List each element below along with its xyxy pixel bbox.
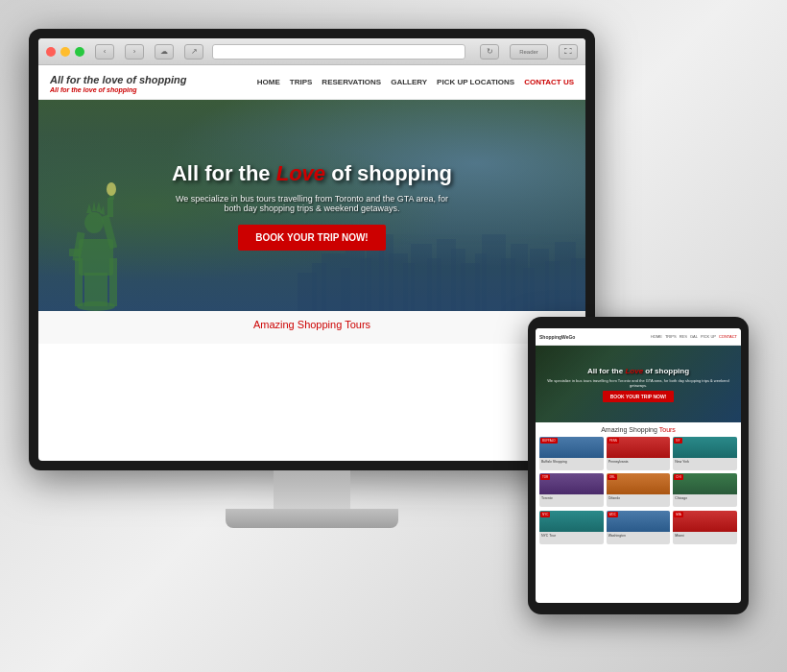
tablet-tour-card-orlando[interactable]: ORL Orlando — [607, 473, 671, 507]
hero-subtitle: We specialize in bus tours travelling fr… — [168, 194, 456, 213]
os-share-button[interactable]: ↗ — [184, 44, 203, 60]
tablet-tour-grid-2: NYC NYC Tour WDC Washington MIA Miami — [539, 511, 737, 544]
tour-badge-buffalo: BUFFALO — [540, 438, 558, 444]
tour-badge-chicago: CHI — [674, 474, 682, 480]
tablet-nav: ShoppingWeGo HOME TRIPS RES GAL PICK UP … — [536, 328, 741, 346]
tour-label-buffalo: Buffalo Shopping — [539, 458, 604, 464]
website-nav: All for the love of shopping All for the… — [38, 65, 585, 100]
nav-trips[interactable]: TRIPS — [290, 78, 313, 86]
tour-badge-2-2: WDC — [608, 512, 618, 517]
os-forward-button[interactable]: › — [125, 44, 144, 60]
svg-point-9 — [84, 212, 104, 233]
tour-label-2-1: NYC Tour — [539, 532, 604, 538]
tour-badge-toronto: TOR — [540, 474, 550, 480]
os-back-button[interactable]: ‹ — [95, 44, 114, 60]
svg-rect-2 — [79, 239, 113, 276]
tour-label-2-2: Washington — [607, 532, 671, 538]
tablet-tour-card-pennsylvania[interactable]: PENN Pennsylvania — [607, 437, 671, 470]
tablet-tour-grid: BUFFALO Buffalo Shopping PENN Pennsylvan… — [539, 437, 737, 507]
tour-card-image-newyork — [673, 437, 737, 458]
tablet-screen: ShoppingWeGo HOME TRIPS RES GAL PICK UP … — [536, 328, 741, 603]
cta-book-button[interactable]: BOOK YOUR TRIP NOW! — [238, 225, 385, 251]
tour-badge-2-3: MIA — [674, 512, 682, 517]
tour-label-chicago: Chicago — [673, 494, 737, 500]
svg-rect-4 — [109, 258, 117, 306]
hero-title-suffix: of shopping — [325, 161, 452, 185]
tours-title: Amazing Shopping Tours — [50, 319, 574, 330]
tour-badge-orlando: ORL — [608, 474, 617, 480]
tablet-tours-title: Amazing Shopping Tours — [539, 426, 737, 433]
nav-contact[interactable]: CONTACT US — [524, 78, 574, 86]
hero-title-prefix: All for the — [172, 161, 276, 185]
tablet-hero: All for the Love of shopping We speciali… — [536, 346, 741, 422]
svg-rect-39 — [571, 258, 585, 311]
os-cloud-button[interactable]: ☁ — [155, 44, 174, 60]
tablet-nav-trips[interactable]: TRIPS — [665, 334, 677, 339]
tablet-nav-home[interactable]: HOME — [651, 334, 662, 339]
logo-tagline: All for the love of shopping — [50, 86, 186, 93]
tablet-cta-button[interactable]: BOOK YOUR TRIP NOW! — [603, 391, 675, 402]
tablet-nav-pickup[interactable]: PICK UP — [701, 334, 716, 339]
svg-marker-10 — [86, 204, 92, 213]
tours-section: Amazing Shopping Tours — [38, 311, 585, 344]
tour-label-toronto: Toronto — [539, 494, 604, 500]
tablet-hero-title: All for the Love of shopping — [587, 367, 689, 375]
tablet-tour-card-newyork[interactable]: NY New York — [673, 437, 737, 470]
os-reader-button[interactable]: Reader — [510, 44, 548, 60]
svg-marker-11 — [92, 201, 96, 211]
monitor-body: ‹ › ☁ ↗ ↻ Reader ⛶ All for the love of s… — [29, 29, 595, 470]
monitor-screen: ‹ › ☁ ↗ ↻ Reader ⛶ All for the love of s… — [38, 38, 585, 461]
tablet-device: ShoppingWeGo HOME TRIPS RES GAL PICK UP … — [528, 317, 749, 614]
os-fullscreen-button[interactable]: ⛶ — [559, 44, 578, 60]
nav-home[interactable]: HOME — [257, 78, 280, 86]
tablet-hero-subtitle: We specialize in bus tours travelling fr… — [541, 378, 735, 388]
tour-label-2-3: Miami — [673, 532, 737, 538]
tour-label-newyork: New York — [673, 458, 737, 464]
svg-rect-15 — [69, 249, 81, 256]
nav-reservations[interactable]: RESERVATIONS — [322, 78, 381, 86]
nav-pickup[interactable]: PICK UP LOCATIONS — [437, 78, 514, 86]
svg-rect-6 — [107, 198, 113, 217]
tour-badge-newyork: NY — [674, 438, 681, 444]
os-refresh-button[interactable]: ↻ — [480, 44, 499, 60]
svg-rect-3 — [75, 258, 83, 306]
nav-items: HOME TRIPS RESERVATIONS GALLERY PICK UP … — [257, 78, 574, 86]
tablet-tour-card-2-2[interactable]: WDC Washington — [607, 511, 671, 544]
tablet-tour-card-chicago[interactable]: CHI Chicago — [673, 473, 737, 507]
tour-badge-2-1: NYC — [540, 512, 550, 517]
tours-title-highlight: Tours — [345, 319, 370, 330]
statue-of-liberty-icon — [58, 157, 134, 311]
os-close-dot[interactable] — [46, 47, 56, 57]
os-chrome-bar: ‹ › ☁ ↗ ↻ Reader ⛶ — [38, 38, 585, 65]
tablet-body: ShoppingWeGo HOME TRIPS RES GAL PICK UP … — [528, 317, 749, 614]
tablet-nav-reservations[interactable]: RES — [680, 334, 687, 339]
hero-section: All for the Love of shopping We speciali… — [38, 100, 585, 311]
os-maximize-dot[interactable] — [75, 47, 84, 57]
monitor-stand-neck — [274, 470, 350, 509]
tour-label-orlando: Orlando — [607, 494, 671, 500]
address-bar[interactable] — [212, 44, 465, 60]
tablet-tours-section: Amazing Shopping Tours BUFFALO Buffalo S… — [536, 422, 741, 552]
nav-gallery[interactable]: GALLERY — [391, 78, 427, 86]
hero-title: All for the Love of shopping — [168, 161, 456, 186]
logo-text: All for the love of shopping — [50, 74, 186, 85]
scene: ‹ › ☁ ↗ ↻ Reader ⛶ All for the love of s… — [0, 0, 787, 672]
tour-badge-pennsylvania: PENN — [608, 438, 619, 444]
tablet-tour-card-toronto[interactable]: TOR Toronto — [539, 473, 604, 507]
tablet-nav-contact[interactable]: CONTACT — [719, 334, 737, 339]
tablet-tour-card-2-3[interactable]: MIA Miami — [673, 511, 737, 544]
svg-rect-1 — [84, 273, 107, 306]
hero-content: All for the Love of shopping We speciali… — [168, 161, 456, 251]
os-minimize-dot[interactable] — [60, 47, 70, 57]
tablet-logo: ShoppingWeGo — [539, 334, 575, 340]
svg-point-8 — [107, 182, 116, 196]
tablet-nav-items: HOME TRIPS RES GAL PICK UP CONTACT — [651, 334, 737, 339]
tour-label-pennsylvania: Pennsylvania — [607, 458, 671, 464]
monitor-stand-base — [226, 509, 398, 528]
tablet-tour-card-2-1[interactable]: NYC NYC Tour — [539, 511, 604, 544]
hero-title-love: Love — [276, 161, 325, 185]
tablet-tour-card-buffalo[interactable]: BUFFALO Buffalo Shopping — [539, 437, 604, 470]
tablet-nav-gallery[interactable]: GAL — [690, 334, 698, 339]
site-logo: All for the love of shopping All for the… — [50, 72, 186, 93]
desktop-monitor: ‹ › ☁ ↗ ↻ Reader ⛶ All for the love of s… — [29, 29, 595, 566]
